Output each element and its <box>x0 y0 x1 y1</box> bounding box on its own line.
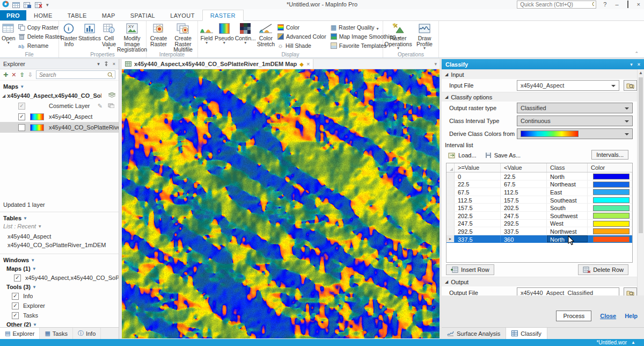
pseudo-button[interactable]: Pseudo <box>214 21 235 46</box>
workspace-caret-icon[interactable]: ▲ <box>631 340 635 345</box>
mapinfo-logo-icon[interactable] <box>2 1 9 9</box>
maps-section-header[interactable]: Maps ▼ <box>0 82 119 91</box>
create-raster-button[interactable]: Create Raster <box>148 21 170 48</box>
layer-style-swatch[interactable] <box>30 113 44 120</box>
input-section-header[interactable]: ◢Input <box>442 69 637 79</box>
table-list-item[interactable]: x45y440_CO_SoPlatteRiver_1mDEM <box>0 241 119 249</box>
checkbox[interactable] <box>12 302 19 309</box>
output-file-input[interactable]: x45y440_Aspect_Classified <box>517 287 619 295</box>
ge-value-cell[interactable]: 292.5 <box>455 227 501 235</box>
ge-value-cell[interactable]: 247.5 <box>455 220 501 227</box>
lt-value-cell[interactable]: 202.5 <box>501 204 547 211</box>
pin-icon[interactable] <box>104 61 108 67</box>
color-swatch[interactable] <box>593 182 630 188</box>
color-cell[interactable] <box>588 172 632 180</box>
tab-tasks[interactable]: ▦Tasks <box>40 328 73 339</box>
lt-value-cell[interactable]: 22.5 <box>501 172 547 180</box>
window-tool-item[interactable]: Explorer <box>0 301 119 311</box>
interval-row[interactable]: 292.5337.5Northwest <box>447 227 632 235</box>
ribbon-tab-pro[interactable]: PRO <box>0 10 26 20</box>
ribbon-tab-spatial[interactable]: SPATIAL <box>123 10 163 20</box>
explorer-search-box[interactable] <box>36 70 115 79</box>
save-as-button[interactable]: Save As... <box>485 152 521 158</box>
create-raster-multifile-button[interactable]: Create Raster Multifile <box>170 21 196 54</box>
col-ge-value[interactable]: >=Value <box>455 163 501 172</box>
qat-customize-caret[interactable]: ▾ <box>46 2 49 8</box>
tab-classify[interactable]: Classify <box>506 328 547 339</box>
layer-visibility-checkbox[interactable] <box>18 103 25 110</box>
close-map-icon[interactable]: × <box>306 61 310 67</box>
color-cell[interactable] <box>588 204 632 211</box>
windows-other-header[interactable]: Other (2) ▼ <box>0 320 119 327</box>
ribbon-tab-raster[interactable]: RASTER <box>202 10 244 21</box>
field-button[interactable]: Field <box>199 21 214 46</box>
ge-value-cell[interactable]: 337.5 <box>455 235 501 243</box>
raster-info-button[interactable]: i Raster Info <box>60 21 78 48</box>
interval-row[interactable]: 112.5157.5Southeast <box>447 196 632 204</box>
color-swatch[interactable] <box>593 189 630 195</box>
close-table-icon[interactable] <box>35 2 42 8</box>
open-table-icon[interactable] <box>12 2 20 8</box>
table-list-item[interactable]: x45y440_Aspect <box>0 232 119 241</box>
layer-row[interactable]: x45y440_Aspect <box>0 111 119 122</box>
lt-value-cell[interactable]: 292.5 <box>501 220 547 227</box>
add-icon[interactable]: ✚ <box>3 71 8 78</box>
minimize-button[interactable]: – <box>613 1 620 9</box>
col-color[interactable]: Color <box>588 163 632 172</box>
delete-row-button[interactable]: Delete Row <box>578 264 628 275</box>
ge-value-cell[interactable]: 0 <box>455 172 501 180</box>
lt-value-cell[interactable]: 157.5 <box>501 196 547 204</box>
input-file-browse-button[interactable] <box>624 80 637 91</box>
class-cell[interactable]: East <box>547 188 588 196</box>
lt-value-cell[interactable]: 247.5 <box>501 212 547 219</box>
layer-style-swatch[interactable] <box>30 124 44 131</box>
color-swatch[interactable] <box>593 228 630 234</box>
help-link[interactable]: Help <box>625 313 638 319</box>
color-cell[interactable] <box>588 212 632 219</box>
layer-visibility-checkbox[interactable] <box>18 113 25 120</box>
class-cell[interactable]: Northeast <box>547 181 588 188</box>
interval-row[interactable]: 247.5292.5West <box>447 220 632 228</box>
ribbon-tab-layout[interactable]: LAYOUT <box>163 10 202 20</box>
output-file-browse-button[interactable] <box>624 287 637 295</box>
window-list-caret-icon[interactable]: ▾ <box>434 61 437 67</box>
interval-row[interactable]: 22.567.5Northeast <box>447 181 632 189</box>
map-canvas[interactable] <box>122 69 440 338</box>
interval-row[interactable]: 022.5North <box>447 172 632 181</box>
panel-menu-caret-icon[interactable]: ▾ <box>97 61 100 67</box>
tab-explorer[interactable]: ▤Explorer <box>0 328 40 339</box>
classify-scrollbar[interactable]: ▲ <box>637 69 644 295</box>
modify-image-registration-button[interactable]: XY Modify Image Registration <box>116 21 148 54</box>
expander-icon[interactable]: ◢ <box>2 93 5 98</box>
color-cell[interactable] <box>588 220 632 227</box>
open-button[interactable]: Open <box>1 21 16 46</box>
windows-tools-header[interactable]: Tools (3) ▼ <box>0 283 119 291</box>
restore-button[interactable] <box>626 1 630 9</box>
interval-row[interactable]: 67.5112.5East <box>447 188 632 196</box>
draw-profile-button[interactable]: Draw Profile <box>412 21 437 51</box>
color-swatch[interactable] <box>593 205 630 211</box>
lt-value-cell[interactable]: 67.5 <box>501 181 547 188</box>
color-stretch-button[interactable]: Color Stretch <box>257 21 275 48</box>
close-panel-icon[interactable]: × <box>638 62 640 67</box>
checkbox[interactable] <box>12 293 19 300</box>
color-swatch[interactable] <box>593 174 630 179</box>
input-file-combobox[interactable]: x45y440_Aspect <box>517 80 619 91</box>
close-panel-icon[interactable]: × <box>113 61 115 67</box>
windows-maps-header[interactable]: Maps (1) ▼ <box>0 264 119 273</box>
lt-value-cell[interactable]: 360 <box>501 235 547 243</box>
ribbon-tab-home[interactable]: HOME <box>26 10 60 20</box>
scrollbar-thumb[interactable] <box>639 77 643 233</box>
tab-surface-analysis[interactable]: Surface Analysis <box>442 328 506 339</box>
color-button[interactable]: Color <box>275 23 328 32</box>
close-button[interactable]: × <box>635 1 642 9</box>
window-map-item[interactable]: x45y440_Aspect,x45y440_CO_SoPlatteRiver_… <box>0 273 119 283</box>
color-cell[interactable] <box>588 181 632 188</box>
copy-raster-button[interactable]: Copy Raster <box>16 23 64 32</box>
window-tool-item[interactable]: Tasks <box>0 311 119 320</box>
class-cell[interactable]: Southwest <box>547 212 588 219</box>
hill-shade-button[interactable]: ☼Hill Shade <box>275 41 328 50</box>
cell-value-button[interactable]: i Cell Value <box>101 21 116 51</box>
classify-options-section-header[interactable]: ◢Classify options <box>442 92 637 102</box>
layer-row[interactable]: x45y440_CO_SoPlatteRiver_1mDEM <box>0 122 119 133</box>
